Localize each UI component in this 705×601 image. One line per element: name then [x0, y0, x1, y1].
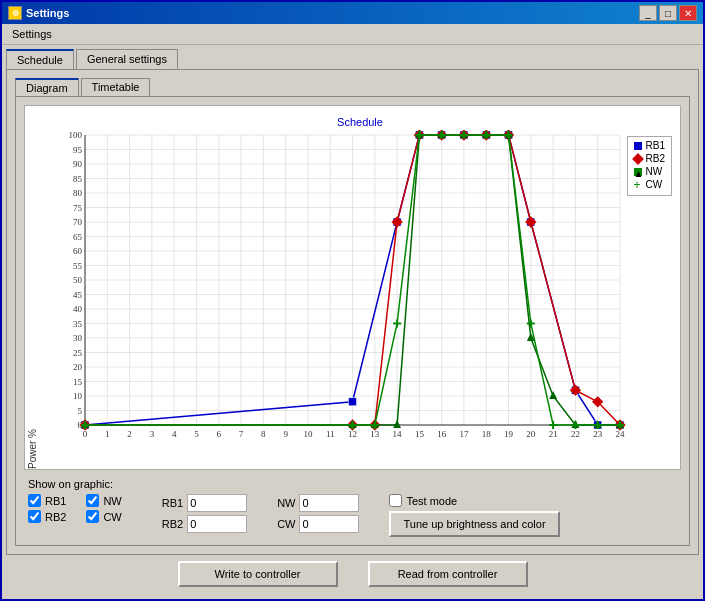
checkbox-nw-label: NW: [103, 495, 121, 507]
checkbox-nw[interactable]: [86, 494, 99, 507]
minimize-button[interactable]: _: [639, 5, 657, 21]
input-cw[interactable]: [299, 515, 359, 533]
input-group-right: NW CW: [277, 494, 359, 533]
menu-item-settings[interactable]: Settings: [6, 26, 58, 42]
inner-tab-bar: Diagram Timetable: [11, 74, 694, 96]
checkbox-rb1-label: RB1: [45, 495, 66, 507]
checkbox-rb1-item: RB1: [28, 494, 66, 507]
input-rb1-row: RB1: [162, 494, 247, 512]
legend-rb2: RB2: [634, 153, 665, 164]
chart-inner: Schedule: [40, 106, 680, 469]
maximize-button[interactable]: □: [659, 5, 677, 21]
legend-cw-icon: +: [634, 181, 642, 189]
input-rb2-row: RB2: [162, 515, 247, 533]
title-controls: _ □ ✕: [639, 5, 697, 21]
legend-nw-icon: ▲: [634, 168, 642, 176]
chart-legend: RB1 RB2 ▲ NW + CW: [627, 136, 672, 196]
right-controls: Test mode Tune up brightness and color: [389, 494, 559, 537]
input-cw-row: CW: [277, 515, 359, 533]
input-nw-label: NW: [277, 497, 295, 509]
read-from-controller-button[interactable]: Read from controller: [368, 561, 528, 587]
input-rb1[interactable]: [187, 494, 247, 512]
tab-schedule[interactable]: Schedule: [6, 49, 74, 69]
legend-rb2-label: RB2: [646, 153, 665, 164]
legend-cw: + CW: [634, 179, 665, 190]
input-group-left: RB1 RB2: [162, 494, 247, 533]
legend-rb1: RB1: [634, 140, 665, 151]
checkbox-cw-item: CW: [86, 510, 121, 523]
legend-nw-label: NW: [646, 166, 663, 177]
legend-rb1-icon: [634, 142, 642, 150]
legend-rb2-icon: [632, 153, 643, 164]
bottom-buttons: Write to controller Read from controller: [2, 555, 703, 591]
content-area: Power % Schedule RB1 RB2 ▲: [15, 96, 690, 546]
checkbox-rb2[interactable]: [28, 510, 41, 523]
test-mode-label: Test mode: [406, 495, 457, 507]
tab-general-settings[interactable]: General settings: [76, 49, 178, 69]
input-nw-row: NW: [277, 494, 359, 512]
write-to-controller-button[interactable]: Write to controller: [178, 561, 338, 587]
input-nw[interactable]: [299, 494, 359, 512]
tab-diagram[interactable]: Diagram: [15, 78, 79, 96]
outer-tab-bar: Schedule General settings: [2, 45, 703, 69]
input-cw-label: CW: [277, 518, 295, 530]
legend-rb1-label: RB1: [646, 140, 665, 151]
checkbox-rb2-item: RB2: [28, 510, 66, 523]
tab-timetable[interactable]: Timetable: [81, 78, 151, 96]
checkbox-cw[interactable]: [86, 510, 99, 523]
y-axis-label: Power %: [25, 106, 40, 469]
window-title: Settings: [26, 7, 69, 19]
input-rb1-label: RB1: [162, 497, 183, 509]
input-rb2[interactable]: [187, 515, 247, 533]
bottom-controls: Show on graphic: RB1 RB2: [20, 474, 685, 541]
legend-nw: ▲ NW: [634, 166, 665, 177]
legend-cw-label: CW: [646, 179, 663, 190]
checkbox-rb1[interactable]: [28, 494, 41, 507]
title-bar: ⚙ Settings _ □ ✕: [2, 2, 703, 24]
checkbox-nw-item: NW: [86, 494, 121, 507]
window-icon: ⚙: [8, 6, 22, 20]
settings-window: ⚙ Settings _ □ ✕ Settings Schedule Gener…: [0, 0, 705, 601]
outer-panel: Diagram Timetable Power % Schedule RB1: [6, 69, 699, 555]
test-mode-checkbox[interactable]: [389, 494, 402, 507]
chart-canvas[interactable]: [50, 130, 630, 450]
checkbox-cw-label: CW: [103, 511, 121, 523]
chart-container: Power % Schedule RB1 RB2 ▲: [24, 105, 681, 470]
checkbox-rb2-label: RB2: [45, 511, 66, 523]
controls-row: RB1 RB2 NW: [28, 494, 677, 537]
tune-button[interactable]: Tune up brightness and color: [389, 511, 559, 537]
close-button[interactable]: ✕: [679, 5, 697, 21]
checkbox-group-1: RB1 RB2: [28, 494, 66, 523]
chart-title: Schedule: [50, 116, 670, 128]
show-on-graphic-label: Show on graphic:: [28, 478, 677, 490]
menu-bar: Settings: [2, 24, 703, 45]
input-rb2-label: RB2: [162, 518, 183, 530]
test-mode-row: Test mode: [389, 494, 559, 507]
checkbox-group-2: NW CW: [86, 494, 121, 523]
